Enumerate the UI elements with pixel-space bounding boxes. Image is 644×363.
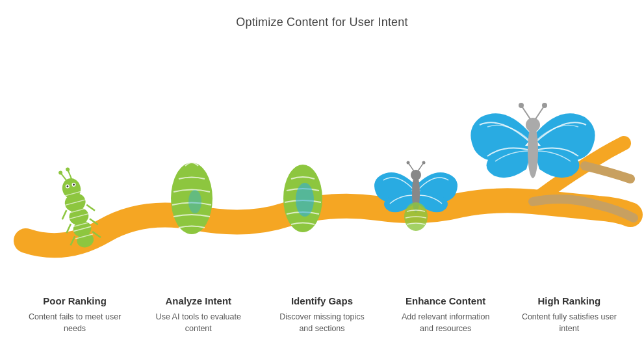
svg-point-40 [519,103,524,108]
stage-1-heading: Poor Ranking [43,295,107,307]
stage-3-heading: Identify Gaps [291,295,353,307]
stage-identify-gaps: Identify Gaps Discover missing topics an… [273,295,370,336]
svg-point-33 [407,161,410,165]
stage-analyze-intent: Analyze Intent Use AI tools to evaluate … [149,295,247,336]
stage-5-sub: Content fully satisfies user intent [521,311,618,336]
stage-4-heading: Enhance Content [406,295,485,307]
stage-5-heading: High Ranking [538,295,601,307]
stage-poor-ranking: Poor Ranking Content fails to meet user … [26,295,123,336]
svg-point-27 [188,190,201,213]
svg-point-8 [65,167,70,172]
stage-high-ranking: High Ranking Content fully satisfies use… [521,295,618,336]
stage-2-heading: Analyze Intent [165,295,231,307]
svg-line-16 [60,210,69,219]
stage-4-sub: Add relevant information and resources [397,311,495,336]
svg-point-35 [422,161,426,165]
stage-enhance-content: Enhance Content Add relevant information… [397,295,495,336]
svg-point-42 [542,103,547,108]
svg-line-17 [86,203,95,212]
stage-2-sub: Use AI tools to evaluate content [149,311,247,336]
svg-point-38 [526,118,540,132]
stage-1-sub: Content fails to meet user needs [26,311,123,336]
diagram-scene: Poor Ranking Content fails to meet user … [0,29,644,348]
svg-point-31 [411,170,421,180]
page-title: Optimize Content for User Intent [0,0,644,29]
labels-row: Poor Ranking Content fails to meet user … [0,295,644,336]
svg-point-29 [296,183,314,217]
stage-3-sub: Discover missing topics and sections [273,311,370,336]
